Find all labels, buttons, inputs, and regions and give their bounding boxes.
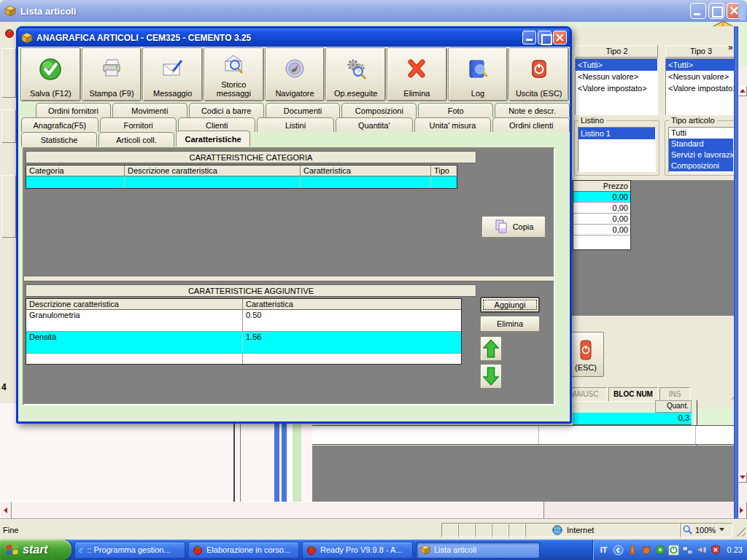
list-item[interactable]: <Nessun valore> xyxy=(576,71,657,82)
tab-foto[interactable]: Foto xyxy=(418,103,493,117)
table-row-empty[interactable] xyxy=(26,354,461,364)
tab-note-e-descr[interactable]: Note e descr. xyxy=(495,103,570,117)
tray-green-icon[interactable] xyxy=(654,544,666,556)
tipo2-listbox[interactable]: <Tutti> <Nessun valore> <Valore impostat… xyxy=(575,58,658,115)
strawberry-icon xyxy=(4,28,15,38)
tab-row-2: Anagrafica(F5) Fornitori Clienti Listini… xyxy=(21,117,570,132)
clock[interactable]: 0.23 xyxy=(727,545,743,554)
listino-listbox[interactable]: Listino 1 xyxy=(578,127,656,172)
prezzo-table[interactable]: Prezzo 0,00 0,00 0,00 0,00 xyxy=(573,180,631,250)
quant-selected-cell[interactable]: 0,3 xyxy=(573,413,692,425)
tab-unita-misura[interactable]: Unita' misura xyxy=(414,117,492,132)
exit-button[interactable]: Uscita (ESC) xyxy=(509,48,568,101)
tab-caratteristiche[interactable]: Caratteristiche xyxy=(176,131,250,147)
dialog-titlebar[interactable]: ANAGRAFICA ARTICOLI - CEM325 - CEMENTO 3… xyxy=(18,28,570,47)
hide-icons-button[interactable] xyxy=(613,544,624,556)
list-item[interactable]: Tutti xyxy=(669,128,733,139)
tab-clienti[interactable]: Clienti xyxy=(178,117,255,132)
main-maximize-button[interactable] xyxy=(708,3,724,19)
security-shield-icon[interactable] xyxy=(710,544,721,556)
list-item[interactable]: Composizioni xyxy=(669,160,733,171)
table-row[interactable]: Granulometria 0.50 xyxy=(26,310,461,332)
table-row[interactable]: 0,00 xyxy=(573,203,630,214)
column-header[interactable]: Caratteristica xyxy=(243,299,461,310)
main-minimize-button[interactable] xyxy=(690,3,706,19)
aggiuntive-table[interactable]: Descrizione caratteristica Caratteristic… xyxy=(26,298,462,365)
tab-ordini-fornitori[interactable]: Ordini fornitori xyxy=(36,103,111,117)
start-label: start xyxy=(23,543,48,556)
copia-button[interactable]: Copia xyxy=(481,216,546,238)
column-header[interactable]: Categoria xyxy=(26,166,125,176)
aggiungi-button[interactable]: Aggiungi xyxy=(480,297,540,313)
list-item[interactable]: Standard xyxy=(669,139,733,149)
tab-documenti[interactable]: Documenti xyxy=(266,103,341,117)
list-item[interactable]: Servizi e lavorazio xyxy=(669,149,733,160)
message-history-button[interactable]: Storico messaggi xyxy=(204,48,263,101)
list-item[interactable]: <Tutti> xyxy=(666,59,736,71)
tab-ordini-clienti[interactable]: Ordini clienti xyxy=(492,117,570,132)
print-button[interactable]: Stampa (F9) xyxy=(82,48,142,101)
volume-icon[interactable] xyxy=(696,544,708,556)
tab-articoli-coll[interactable]: Articoli coll. xyxy=(98,132,174,147)
taskbar-item-elaborazione[interactable]: Elaborazione in corso... xyxy=(188,542,299,559)
main-window-titlebar[interactable]: Lista articoli xyxy=(0,0,747,22)
tab-fornitori[interactable]: Fornitori xyxy=(100,117,177,132)
column-header[interactable]: Descrizione caratteristica xyxy=(26,299,243,310)
tray-tower-icon[interactable] xyxy=(627,544,638,556)
tab-listini[interactable]: Listini xyxy=(257,117,334,132)
tab-codici-a-barre[interactable]: Codici a barre xyxy=(189,103,264,117)
list-item[interactable]: Listino 1 xyxy=(578,128,655,139)
categoria-table[interactable]: Categoria Descrizione caratteristica Car… xyxy=(26,165,457,189)
list-item[interactable]: <Nessun valore> xyxy=(666,71,736,82)
tray-fox-icon[interactable] xyxy=(640,544,652,556)
table-row[interactable]: 0,00 xyxy=(573,214,630,225)
background-esc-button[interactable]: (ESC) xyxy=(568,332,604,377)
tab-anagrafica[interactable]: Anagrafica(F5) xyxy=(21,117,98,132)
taskbar-item-programma[interactable]: e :: Programma gestion... xyxy=(74,542,185,559)
tab-composizioni[interactable]: Composizioni xyxy=(341,103,417,117)
ins-indicator: INS xyxy=(659,387,690,402)
tab-quantita[interactable]: Quantita' xyxy=(336,117,413,132)
dialog-close-button[interactable] xyxy=(553,31,567,44)
dialog-maximize-button[interactable] xyxy=(538,31,551,44)
tray-network-icon[interactable] xyxy=(682,544,694,556)
move-up-button[interactable] xyxy=(480,336,502,361)
navigator-button[interactable]: Navigatore xyxy=(266,48,325,101)
dialog-minimize-button[interactable] xyxy=(522,31,536,44)
status-message: Fine xyxy=(3,526,18,534)
list-item[interactable]: <Tutti> xyxy=(576,59,657,71)
zoom-cell[interactable]: 100% xyxy=(680,523,732,537)
tipo-articolo-listbox[interactable]: Tutti Standard Servizi e lavorazio Compo… xyxy=(668,127,734,174)
start-button[interactable]: start xyxy=(0,540,71,560)
save-button[interactable]: Salva (F12) xyxy=(21,48,80,101)
tab-statistiche[interactable]: Statistiche xyxy=(21,132,97,147)
message-button[interactable]: Messaggio xyxy=(143,48,202,101)
vertical-scrollbar[interactable] xyxy=(738,66,747,502)
tipo3-listbox[interactable]: <Tutti> <Nessun valore> <Valore impostat… xyxy=(665,58,737,115)
tab-movimenti[interactable]: Movimenti xyxy=(112,103,187,117)
list-item[interactable]: <Valore impostato> xyxy=(666,82,736,94)
table-row[interactable]: 0,00 xyxy=(573,225,630,236)
delete-button[interactable]: Elimina xyxy=(387,48,446,101)
scrollbar-thumb[interactable] xyxy=(12,502,544,519)
column-header[interactable]: Descrizione caratteristica xyxy=(125,166,301,176)
table-row[interactable] xyxy=(26,176,457,188)
list-item[interactable]: <Valore impostato> xyxy=(576,82,657,94)
taskbar-item-lista-articoli[interactable]: Lista articoli xyxy=(416,542,540,559)
operations-button[interactable]: Op.eseguite xyxy=(326,48,385,101)
table-row[interactable]: 0,00 xyxy=(573,192,630,203)
column-header[interactable]: Tipo xyxy=(431,166,457,176)
column-header[interactable]: Caratteristica xyxy=(301,166,431,176)
scroll-up-arrow[interactable] xyxy=(738,86,747,96)
taskbar-item-readypro[interactable]: Ready Pro V9.9.8 - A... xyxy=(302,542,413,559)
elimina-button[interactable]: Elimina xyxy=(480,316,540,332)
resize-grip[interactable] xyxy=(735,524,746,537)
language-indicator[interactable]: IT xyxy=(600,545,608,554)
scroll-left-arrow[interactable] xyxy=(0,502,12,519)
tray-cd-icon[interactable] xyxy=(668,544,680,556)
scroll-down-arrow[interactable] xyxy=(738,472,747,483)
table-row-selected[interactable]: Densità 1.56 xyxy=(26,332,461,354)
move-down-button[interactable] xyxy=(480,364,502,389)
log-button[interactable]: Log xyxy=(449,48,508,101)
horizontal-scrollbar[interactable] xyxy=(0,502,747,519)
